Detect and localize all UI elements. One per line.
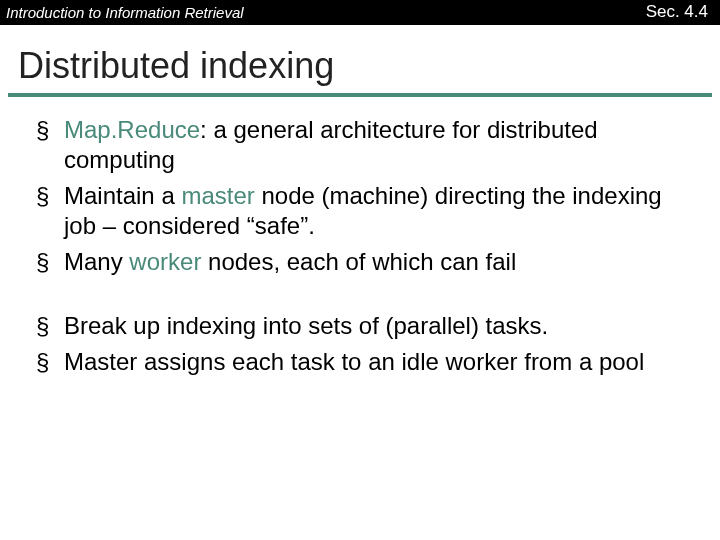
section-label: Sec. 4.4	[646, 2, 708, 22]
list-item: Master assigns each task to an idle work…	[36, 347, 680, 377]
list-item: Map.Reduce: a general architecture for d…	[36, 115, 680, 175]
bullet-text-accent: Map.Reduce	[64, 116, 200, 143]
bullet-text-pre: Maintain a	[64, 182, 181, 209]
bullet-list-bottom: Break up indexing into sets of (parallel…	[36, 311, 680, 377]
header-bar: Introduction to Information Retrieval Se…	[0, 0, 720, 25]
bullet-text-accent: worker	[129, 248, 201, 275]
list-item: Many worker nodes, each of which can fai…	[36, 247, 680, 277]
list-item: Break up indexing into sets of (parallel…	[36, 311, 680, 341]
bullet-text-pre: Many	[64, 248, 129, 275]
course-title: Introduction to Information Retrieval	[6, 4, 244, 21]
bullet-text-accent: master	[181, 182, 254, 209]
slide-title: Distributed indexing	[0, 25, 720, 93]
slide: Introduction to Information Retrieval Se…	[0, 0, 720, 540]
slide-content: Map.Reduce: a general architecture for d…	[0, 97, 720, 377]
bullet-text-pre: Break up indexing into sets of (parallel…	[64, 312, 548, 339]
bullet-list-top: Map.Reduce: a general architecture for d…	[36, 115, 680, 277]
bullet-text-post: nodes, each of which can fail	[201, 248, 516, 275]
spacer	[36, 283, 680, 311]
bullet-text-pre: Master assigns each task to an idle work…	[64, 348, 644, 375]
list-item: Maintain a master node (machine) directi…	[36, 181, 680, 241]
